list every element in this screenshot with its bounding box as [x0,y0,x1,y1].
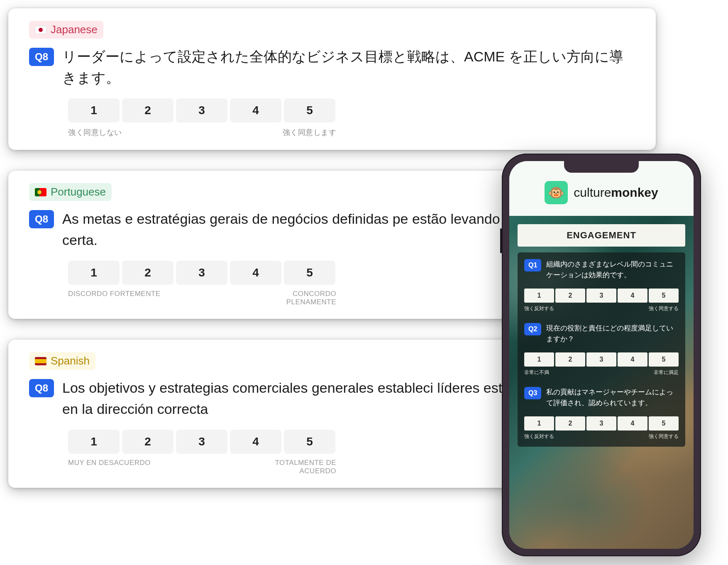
scale-left-label: 強く反対する [524,305,554,312]
rating-button-1[interactable]: 1 [68,430,120,454]
scale-left-label: 非常に不満 [524,369,549,376]
rating-button-3[interactable]: 3 [586,416,616,430]
phone-scale-anchor-labels: 強く反対する 強く同意する [524,305,679,312]
question-row: Q8 リーダーによって設定された全体的なビジネス目標と戦略は、ACME を正しい… [29,46,635,88]
rating-button-1[interactable]: 1 [68,261,120,285]
rating-button-3[interactable]: 3 [176,98,227,122]
rating-button-4[interactable]: 4 [618,416,647,430]
language-label: Portuguese [51,186,106,198]
questions-panel: Q1 組織内のさまざまなレベル間のコミュニケーションは効果的です。 1 2 3 … [518,252,685,447]
brand-name: culturemonkey [574,186,658,200]
scale-right-label: 強く同意します [283,127,337,137]
phone-question-row: Q3 私の貢献はマネージャーやチームによって評価され、認められています。 [524,387,679,408]
language-label: Japanese [51,23,98,36]
rating-button-3[interactable]: 3 [176,261,227,285]
question-text: 現在の役割と責任にどの程度満足していますか？ [546,323,679,344]
rating-scale: 1 2 3 4 5 [68,98,635,122]
flag-japan-icon [35,26,46,34]
rating-button-3[interactable]: 3 [586,352,616,367]
flag-spain-icon [35,357,46,365]
rating-button-5[interactable]: 5 [649,352,679,367]
phone-mockup: 🐵 culturemonkey ENGAGEMENT Q1 組織内のさまざまなレ… [502,154,701,556]
rating-button-4[interactable]: 4 [618,289,647,303]
rating-button-2[interactable]: 2 [122,98,173,122]
rating-button-4[interactable]: 4 [230,430,281,454]
question-text: 組織内のさまざまなレベル間のコミュニケーションは効果的です。 [546,259,679,280]
question-number-badge: Q1 [524,259,541,271]
scale-anchor-labels: DISCORDO FORTEMENTE CONCORDO PLENAMENTE [68,290,336,306]
question-number-badge: Q2 [524,323,541,335]
phone-body: ENGAGEMENT Q1 組織内のさまざまなレベル間のコミュニケーションは効果… [509,216,694,549]
scale-left-label: 強く同意しない [68,127,122,137]
brand-part-a: culture [574,186,611,199]
rating-button-4[interactable]: 4 [618,352,647,367]
phone-rating-scale: 1 2 3 4 5 [524,289,679,303]
language-badge-spanish: Spanish [29,352,95,370]
survey-card-japanese: Japanese Q8 リーダーによって設定された全体的なビジネス目標と戦略は、… [8,8,656,150]
question-text: リーダーによって設定された全体的なビジネス目標と戦略は、ACME を正しい方向に… [62,46,635,88]
scale-left-label: DISCORDO FORTEMENTE [68,290,161,306]
language-label: Spanish [51,355,90,367]
question-number-badge: Q3 [524,387,541,399]
phone-scale-anchor-labels: 非常に不満 非常に満足 [524,369,679,376]
rating-button-5[interactable]: 5 [284,261,335,285]
phone-screen: 🐵 culturemonkey ENGAGEMENT Q1 組織内のさまざまなレ… [509,161,694,549]
rating-button-4[interactable]: 4 [230,98,281,122]
rating-button-1[interactable]: 1 [524,416,554,430]
scale-left-label: MUY EN DESACUERDO [68,459,151,475]
rating-button-4[interactable]: 4 [230,261,281,285]
rating-button-1[interactable]: 1 [68,98,120,122]
phone-notch [564,161,639,173]
rating-button-2[interactable]: 2 [122,261,173,285]
question-number-badge: Q8 [29,379,54,397]
phone-scale-anchor-labels: 強く反対する 強く同意する [524,433,679,440]
question-number-badge: Q8 [29,48,54,66]
phone-question-row: Q2 現在の役割と責任にどの程度満足していますか？ [524,323,679,344]
scale-right-label: TOTALMENTE DE ACUERDO [245,459,336,475]
rating-button-2[interactable]: 2 [555,289,585,303]
rating-button-3[interactable]: 3 [586,289,616,303]
rating-button-2[interactable]: 2 [555,416,585,430]
flag-portugal-icon [35,188,46,196]
rating-button-5[interactable]: 5 [649,416,679,430]
question-number-badge: Q8 [29,210,54,228]
scale-right-label: CONCORDO PLENAMENTE [245,290,336,306]
rating-button-3[interactable]: 3 [176,430,227,454]
question-text: 私の貢献はマネージャーやチームによって評価され、認められています。 [546,387,679,408]
rating-button-5[interactable]: 5 [284,430,335,454]
brand-part-b: monkey [611,186,658,199]
scale-right-label: 強く同意する [649,433,679,440]
rating-button-5[interactable]: 5 [649,289,679,303]
rating-button-2[interactable]: 2 [555,352,585,367]
phone-rating-scale: 1 2 3 4 5 [524,416,679,430]
scale-left-label: 強く反対する [524,433,554,440]
rating-button-1[interactable]: 1 [524,289,554,303]
brand-logo-icon: 🐵 [545,181,568,204]
scale-anchor-labels: 強く同意しない 強く同意します [68,127,336,137]
language-badge-japanese: Japanese [29,21,103,39]
phone-question-row: Q1 組織内のさまざまなレベル間のコミュニケーションは効果的です。 [524,259,679,280]
scale-right-label: 非常に満足 [654,369,679,376]
section-header: ENGAGEMENT [518,224,685,247]
rating-button-1[interactable]: 1 [524,352,554,367]
phone-rating-scale: 1 2 3 4 5 [524,352,679,367]
scale-right-label: 強く同意する [649,305,679,312]
rating-scale-wrap: 1 2 3 4 5 強く同意しない 強く同意します [68,98,635,137]
language-badge-portuguese: Portuguese [29,183,112,201]
rating-button-5[interactable]: 5 [284,98,335,122]
rating-button-2[interactable]: 2 [122,430,173,454]
scale-anchor-labels: MUY EN DESACUERDO TOTALMENTE DE ACUERDO [68,459,336,475]
